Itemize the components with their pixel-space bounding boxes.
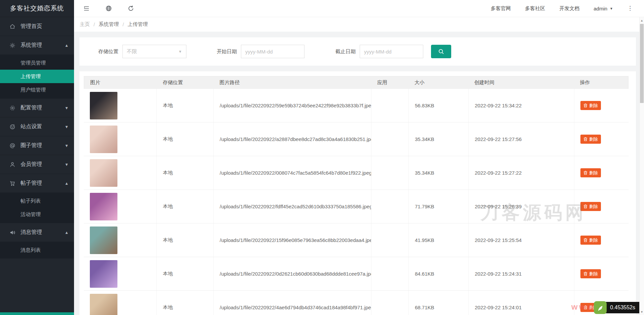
sidebar-bottom-accent	[0, 312, 74, 315]
storage-cell: 本地	[156, 190, 213, 223]
table-body: 本地/uploads/1/file/20220922/59e59b3724b5e…	[84, 89, 632, 315]
sidebar-item-label: 系统管理	[21, 42, 42, 49]
app-cell	[371, 89, 408, 122]
delete-button-label: 删除	[589, 103, 598, 109]
delete-button-label: 删除	[589, 271, 598, 277]
created-cell: 2022-09-22 15:27:56	[468, 123, 574, 156]
topbar-link-official-site[interactable]: 多客官网	[491, 5, 511, 12]
sidebar-item-activity-manage[interactable]: 活动管理	[0, 208, 74, 221]
breadcrumb-item[interactable]: 系统管理	[99, 21, 119, 28]
thumbnail-image	[90, 159, 117, 187]
refresh-icon[interactable]	[127, 5, 135, 12]
app-title: 多客社交婚恋系统	[0, 0, 74, 17]
horn-icon	[9, 229, 16, 236]
delete-button[interactable]: 删除	[580, 269, 601, 278]
storage-location-select[interactable]: 不限 ▼	[122, 45, 186, 58]
path-cell: /uploads/1/file/20220922/a2887dbee8dc27a…	[213, 123, 371, 156]
sidebar: 多客社交婚恋系统 管理首页系统管理▲管理员管理上传管理用户组管理配置管理▼站点设…	[0, 0, 74, 315]
sidebar-item-site[interactable]: 站点设置▼	[0, 117, 74, 136]
at-icon	[9, 142, 16, 149]
sidebar-item-admin-manage[interactable]: 管理员管理	[0, 56, 74, 70]
breadcrumb-item[interactable]: 上传管理	[128, 21, 148, 28]
delete-button[interactable]: 删除	[580, 202, 601, 211]
created-cell: 2022-09-22 15:24:01	[468, 291, 574, 315]
search-button[interactable]	[431, 45, 451, 58]
sidebar-item-post-list[interactable]: 帖子列表	[0, 194, 74, 208]
size-cell: 35.34KB	[408, 156, 468, 189]
chevron-down-icon: ▼	[610, 7, 613, 10]
sidebar-item-member[interactable]: 会员管理▼	[0, 155, 74, 174]
sidebar-item-message[interactable]: 消息管理▲	[0, 223, 74, 242]
image-cell	[84, 89, 156, 122]
delete-button[interactable]: 删除	[580, 101, 601, 110]
sidebar-item-circle[interactable]: 圈子管理▼	[0, 136, 74, 155]
username-label: admin	[594, 6, 607, 11]
created-cell: 2022-09-22 15:26:39	[468, 190, 574, 223]
chevron-down-icon: ▼	[65, 143, 69, 148]
sidebar-item-label: 消息管理	[21, 229, 42, 236]
image-cell	[84, 190, 156, 223]
delete-button[interactable]: 删除	[580, 236, 601, 245]
topbar-link-dev-docs[interactable]: 开发文档	[559, 5, 579, 12]
end-date-input[interactable]	[360, 45, 423, 58]
main-area: 多客官网 多客社区 开发文档 admin ▼ ⋮ 主页/系统管理/上传管理 存储…	[74, 0, 644, 315]
sidebar-item-message-list[interactable]: 消息列表	[0, 243, 74, 257]
created-cell: 2022-09-22 15:27:22	[468, 156, 574, 189]
more-options-icon[interactable]: ⋮	[627, 7, 631, 9]
cart-icon	[9, 180, 16, 187]
chevron-down-icon: ▼	[178, 49, 182, 54]
sidebar-item-label: 会员管理	[21, 161, 42, 168]
filter-panel: 存储位置 不限 ▼ 开始日期 截止日期	[79, 37, 636, 66]
table-row: 本地/uploads/1/file/20220922/59e59b3724b5e…	[84, 89, 629, 123]
trash-icon	[583, 238, 587, 242]
thumbnail-image	[90, 126, 117, 153]
delete-button[interactable]: 删除	[580, 135, 601, 144]
breadcrumb-item[interactable]: 主页	[80, 21, 90, 28]
storage-cell: 本地	[156, 89, 213, 122]
thumbnail-image	[90, 226, 117, 254]
delete-button-label: 删除	[589, 170, 598, 176]
path-cell: /uploads/1/file/20220922/008074c7fac5a58…	[213, 156, 371, 189]
sidebar-item-post[interactable]: 帖子管理▲	[0, 174, 74, 193]
thumbnail-image	[90, 92, 117, 119]
column-header: 大小	[408, 76, 468, 89]
vertical-scrollbar[interactable]: ▲ ▼	[639, 17, 644, 315]
collapse-sidebar-icon[interactable]	[83, 5, 90, 12]
trace-time-badge[interactable]: 0.453552s	[600, 302, 639, 313]
app-cell	[371, 190, 408, 223]
home-icon	[9, 23, 16, 30]
topbar-link-community[interactable]: 多客社区	[525, 5, 545, 12]
storage-cell: 本地	[156, 156, 213, 189]
scrollbar-thumb[interactable]	[640, 24, 644, 103]
size-cell: 84.61KB	[408, 257, 468, 290]
submenu-message: 消息列表	[0, 242, 74, 258]
image-cell	[84, 223, 156, 257]
image-cell	[84, 291, 156, 315]
search-icon	[438, 48, 444, 55]
chevron-down-icon: ▼	[65, 106, 69, 110]
start-date-input[interactable]	[241, 45, 305, 58]
sidebar-item-system[interactable]: 系统管理▲	[0, 36, 74, 55]
scrollbar-down-arrow[interactable]: ▼	[640, 309, 644, 314]
sidebar-item-config[interactable]: 配置管理▼	[0, 98, 74, 117]
topbar-right: 多客官网 多客社区 开发文档 admin ▼ ⋮	[491, 5, 637, 12]
user-menu[interactable]: admin ▼	[594, 6, 613, 11]
sidebar-menu: 管理首页系统管理▲管理员管理上传管理用户组管理配置管理▼站点设置▼圈子管理▼会员…	[0, 17, 74, 258]
sidebar-item-label: 管理首页	[21, 23, 42, 30]
gear-icon	[9, 42, 16, 49]
storage-cell: 本地	[156, 257, 213, 290]
column-header: 应用	[371, 76, 408, 89]
delete-button-label: 删除	[589, 237, 598, 243]
delete-button[interactable]: 删除	[580, 168, 601, 177]
scrollbar-up-arrow[interactable]: ▲	[640, 18, 644, 23]
created-cell: 2022-09-22 15:24:31	[468, 257, 574, 290]
sidebar-item-home[interactable]: 管理首页	[0, 17, 74, 36]
trash-icon	[583, 103, 587, 108]
language-globe-icon[interactable]	[105, 5, 112, 12]
size-cell: 41.95KB	[408, 223, 468, 257]
column-header: 图片	[84, 76, 157, 89]
path-cell: /uploads/1/file/20220922/59e59b3724b5ee2…	[213, 89, 371, 122]
sidebar-item-upload-manage[interactable]: 上传管理	[0, 70, 74, 83]
sidebar-item-usergroup-manage[interactable]: 用户组管理	[0, 83, 74, 97]
app-cell	[371, 291, 408, 315]
